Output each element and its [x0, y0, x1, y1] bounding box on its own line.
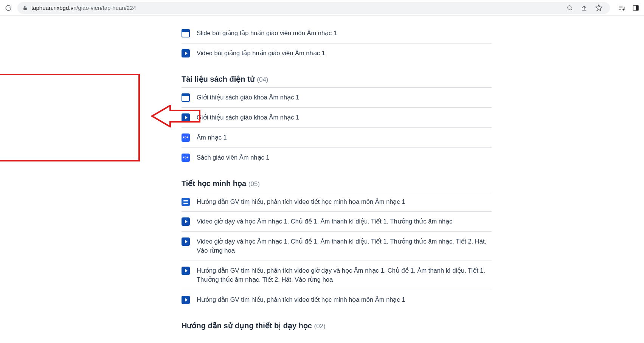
url-path: /giao-vien/tap-huan/224: [76, 5, 136, 11]
star-icon[interactable]: [594, 3, 603, 12]
list-item[interactable]: Video bài giảng tập huấn giáo viên Âm nh…: [182, 43, 492, 63]
panel-icon[interactable]: [631, 3, 640, 12]
item-label: Slide bài giảng tập huấn giáo viên môn Â…: [197, 29, 337, 38]
list-item[interactable]: Hướng dẫn GV tìm hiểu, phân tích video t…: [182, 290, 492, 310]
item-label: Hướng dẫn GV tìm hiểu, phân tích video t…: [197, 295, 405, 304]
video-icon: [182, 237, 190, 246]
item-label: Giới thiệu sách giáo khoa Âm nhạc 1: [197, 93, 299, 102]
list-item[interactable]: PDF Âm nhạc 1: [182, 127, 492, 147]
item-label: Giới thiệu sách giáo khoa Âm nhạc 1: [197, 113, 299, 122]
section-title: Tiết học minh họa (05): [182, 168, 492, 192]
video-icon: [182, 49, 190, 57]
video-icon: [182, 113, 190, 122]
section-title: Tài liệu sách điện tử (04): [182, 63, 492, 88]
pdf-icon: PDF: [182, 154, 190, 162]
lock-icon: [23, 5, 28, 11]
section-name: Tiết học minh họa: [182, 179, 246, 188]
pdf-icon: PDF: [182, 133, 190, 142]
browser-toolbar: taphuan.nxbgd.vn/giao-vien/tap-huan/224: [0, 0, 644, 16]
section-title: Hướng dẫn sử dụng thiết bị dạy học (02): [182, 310, 492, 330]
item-label: Hướng dẫn GV tìm hiểu, phân tích video g…: [197, 266, 492, 284]
list-item[interactable]: Hướng dẫn GV tìm hiểu, phân tích video t…: [182, 192, 492, 212]
list-item[interactable]: Hướng dẫn GV tìm hiểu, phân tích video g…: [182, 261, 492, 290]
section-count: (04): [257, 76, 268, 83]
content-area: Slide bài giảng tập huấn giáo viên môn Â…: [0, 16, 644, 330]
item-label: Video bài giảng tập huấn giáo viên Âm nh…: [197, 49, 325, 58]
list-item[interactable]: Giới thiệu sách giáo khoa Âm nhạc 1: [182, 88, 492, 107]
section-name: Tài liệu sách điện tử: [182, 75, 255, 83]
svg-point-0: [568, 6, 571, 9]
search-icon[interactable]: [565, 3, 574, 12]
address-bar[interactable]: taphuan.nxbgd.vn/giao-vien/tap-huan/224: [17, 2, 610, 14]
list-item[interactable]: Video giờ dạy và học Âm nhạc 1. Chủ đề 1…: [182, 231, 492, 261]
svg-marker-1: [596, 5, 602, 11]
section-count: (02): [314, 323, 326, 330]
section-count: (05): [248, 180, 260, 188]
item-label: Sách giáo viên Âm nhạc 1: [197, 153, 270, 162]
section-name: Hướng dẫn sử dụng thiết bị dạy học: [182, 321, 312, 330]
video-icon: [182, 296, 190, 304]
slide-icon: [182, 93, 190, 102]
toolbar-right: [617, 3, 640, 12]
list-item[interactable]: PDF Sách giáo viên Âm nhạc 1: [182, 147, 492, 168]
resource-list: Slide bài giảng tập huấn giáo viên môn Â…: [182, 23, 492, 330]
item-label: Hướng dẫn GV tìm hiểu, phân tích video t…: [197, 197, 405, 206]
video-icon: [182, 267, 190, 275]
reload-button[interactable]: [4, 3, 13, 12]
svg-rect-4: [636, 6, 638, 10]
item-label: Video giờ dạy và học Âm nhạc 1. Chủ đề 1…: [197, 237, 492, 255]
item-label: Âm nhạc 1: [197, 133, 227, 142]
share-icon[interactable]: [580, 3, 589, 12]
doc-icon: [182, 198, 190, 206]
list-item[interactable]: Video giờ dạy và học Âm nhạc 1. Chủ đề 1…: [182, 211, 492, 231]
slide-icon: [182, 29, 190, 37]
music-queue-icon[interactable]: [617, 3, 626, 12]
annotation-highlight-box: [0, 74, 140, 161]
url-domain: taphuan.nxbgd.vn: [31, 5, 76, 11]
url-text: taphuan.nxbgd.vn/giao-vien/tap-huan/224: [31, 5, 562, 11]
list-item[interactable]: Giới thiệu sách giáo khoa Âm nhạc 1: [182, 107, 492, 127]
list-item[interactable]: Slide bài giảng tập huấn giáo viên môn Â…: [182, 23, 492, 43]
reload-icon: [5, 5, 12, 11]
item-label: Video giờ dạy và học Âm nhạc 1. Chủ đề 1…: [197, 217, 452, 226]
address-actions: [565, 3, 605, 12]
video-icon: [182, 217, 190, 226]
